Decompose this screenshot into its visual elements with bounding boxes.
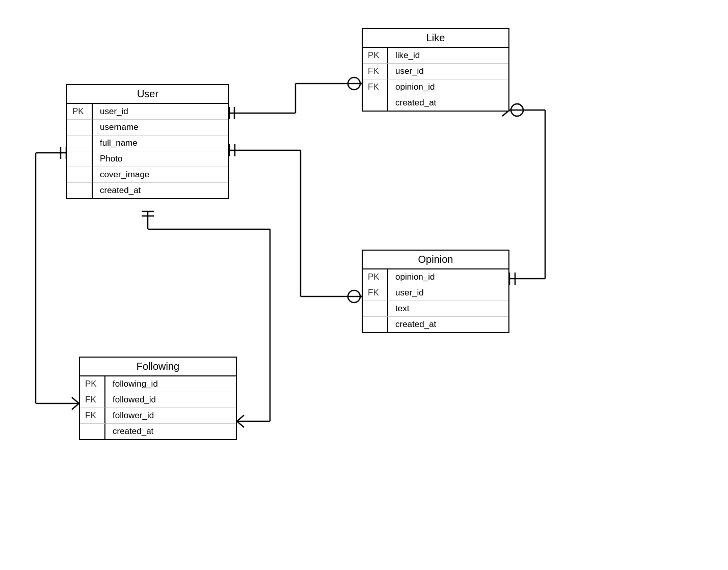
table-row: PK user_id [67,104,228,120]
field-cell: text [388,301,508,317]
like-table: Like PK like_id FK user_id FK opinion_id… [362,28,509,112]
opinion-table: Opinion PK opinion_id FK user_id text cr… [362,250,509,333]
svg-line-30 [72,397,79,403]
field-cell: followed_id [105,392,236,408]
key-cell [67,135,93,151]
key-cell: FK [80,392,105,408]
table-row: created_at [363,95,508,111]
table-row: FK follower_id [80,408,236,424]
field-cell: created_at [93,183,228,198]
field-cell: username [93,120,228,135]
table-row: FK followed_id [80,392,236,408]
like-table-body: PK like_id FK user_id FK opinion_id crea… [363,48,508,111]
table-row: text [363,301,508,317]
user-table: User PK user_id username full_name Photo… [66,84,229,199]
key-cell [67,183,93,198]
key-cell [363,301,388,317]
table-row: PK opinion_id [363,269,508,285]
field-cell: created_at [388,317,508,332]
key-cell [80,424,105,439]
field-cell: user_id [388,285,508,301]
opinion-table-body: PK opinion_id FK user_id text created_at [363,269,508,332]
key-cell: PK [80,376,105,392]
field-cell: created_at [105,424,236,439]
field-cell: cover_image [93,167,228,183]
field-cell: like_id [388,48,508,64]
table-row: FK user_id [363,64,508,79]
field-cell: follower_id [105,408,236,424]
key-cell: PK [363,269,388,285]
key-cell [67,167,93,183]
key-cell: FK [363,285,388,301]
field-cell: created_at [388,95,508,111]
following-table-title: Following [80,358,236,376]
table-row: FK opinion_id [363,79,508,95]
table-row: username [67,120,228,135]
key-cell: FK [363,79,388,95]
key-cell [67,120,93,135]
table-row: PK like_id [363,48,508,64]
field-cell: opinion_id [388,79,508,95]
table-row: cover_image [67,167,228,183]
svg-line-39 [237,415,244,421]
svg-line-31 [72,403,79,410]
user-table-body: PK user_id username full_name Photo cove… [67,104,228,198]
diagram-container: User PK user_id username full_name Photo… [0,0,728,570]
following-table: Following PK following_id FK followed_id… [79,357,237,440]
user-table-title: User [67,85,228,104]
field-cell: opinion_id [388,269,508,285]
following-table-body: PK following_id FK followed_id FK follow… [80,376,236,439]
table-row: full_name [67,135,228,151]
table-row: Photo [67,151,228,167]
key-cell [67,151,93,167]
key-cell [363,317,388,332]
like-table-title: Like [363,29,508,48]
key-cell [363,95,388,111]
svg-point-5 [348,77,360,90]
key-cell: PK [67,104,93,120]
table-row: FK user_id [363,285,508,301]
field-cell: user_id [93,104,228,120]
field-cell: following_id [105,376,236,392]
field-cell: user_id [388,64,508,79]
key-cell: PK [363,48,388,64]
table-row: PK following_id [80,376,236,392]
svg-line-40 [237,421,244,427]
opinion-table-title: Opinion [363,251,508,269]
key-cell: FK [363,64,388,79]
field-cell: Photo [93,151,228,167]
table-row: created_at [67,183,228,198]
svg-point-21 [511,104,523,116]
table-row: created_at [80,424,236,439]
field-cell: full_name [93,135,228,151]
key-cell: FK [80,408,105,424]
table-row: created_at [363,317,508,332]
svg-point-13 [348,290,360,303]
